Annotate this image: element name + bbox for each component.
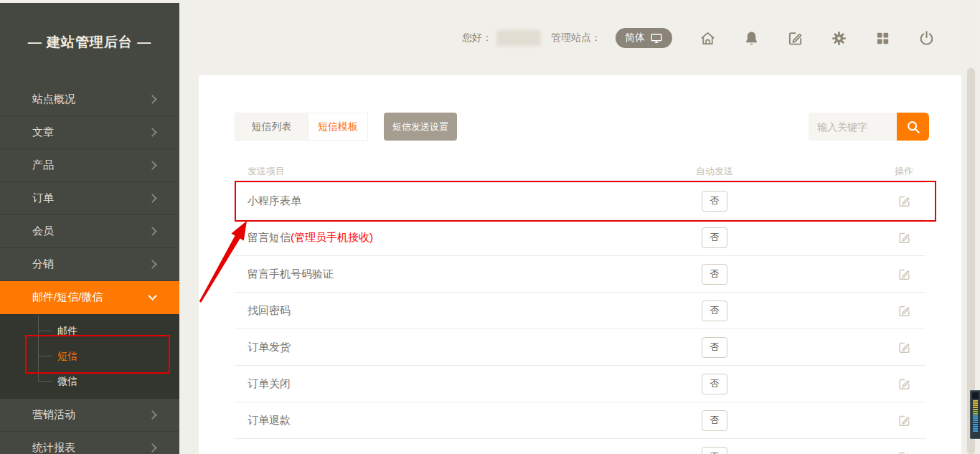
auto-send-toggle-button[interactable]: 否 [702,301,727,321]
scrollbar[interactable] [966,0,976,454]
table-row: 留言手机号码验证 否 [235,256,925,293]
redacted-username [496,30,541,46]
chevron-right-icon [148,260,157,269]
search-input[interactable] [809,113,897,141]
sidebar-item-label: 营销活动 [32,408,75,422]
home-icon [699,30,716,47]
sidebar-item-label: 分销 [32,257,54,271]
bell-icon [743,30,760,47]
logout-button[interactable] [918,29,935,47]
row-label: 留言手机号码验证 [248,268,334,280]
spacer [457,113,809,141]
edit-row-icon[interactable] [897,268,911,281]
grid-icon [875,30,891,47]
app-title: — 建站管理后台 — [0,3,179,83]
sidebar-item-label: 产品 [32,159,54,172]
chevron-down-icon [148,291,157,301]
topbar: 您好： 管理站点： 简体 [179,0,980,75]
page: — 建站管理后台 — 站点概况 文章 产品 订单 会员 [0,0,980,454]
search-icon [905,119,921,135]
sidebar-subitem-mail[interactable]: 邮件 [0,318,179,344]
auto-send-toggle-button[interactable]: 否 [702,374,727,394]
sidebar-item-members[interactable]: 会员 [0,215,179,248]
notifications-button[interactable] [743,29,760,47]
manage-site-label: 管理站点： [551,32,601,44]
row-label: 订单关闭 [248,377,291,389]
edit-icon [787,30,804,47]
search-button[interactable] [897,113,929,141]
auto-send-toggle-button[interactable]: 否 [702,227,727,248]
sidebar-item-site-overview[interactable]: 站点概况 [0,83,179,116]
sidebar-item-marketing[interactable]: 营销活动 [0,399,179,432]
sms-template-table: 发送项目 自动发送 操作 小程序表单 否 留言短信(管理员手机接收) 否 留言手… [235,165,925,454]
chevron-right-icon [148,161,157,170]
widget-yellow-bars [973,400,978,411]
edit-row-icon[interactable] [897,341,911,354]
auto-send-toggle-button[interactable]: 否 [702,410,727,431]
compose-button[interactable] [786,29,804,47]
column-gap [747,165,882,182]
chevron-right-icon [148,194,157,203]
sidebar-submenu: 邮件 短信 微信 [0,314,179,399]
row-label: 订单发货 [248,341,291,353]
auto-send-toggle-button[interactable]: 否 [702,337,727,358]
floating-widget[interactable] [970,390,980,439]
auto-send-toggle-button[interactable]: 否 [702,264,727,285]
table-header: 发送项目 自动发送 操作 [235,165,925,183]
row-label: 小程序表单 [248,194,301,207]
sidebar-item-distribution[interactable]: 分销 [0,248,179,281]
sms-send-settings-button[interactable]: 短信发送设置 [384,113,457,141]
chevron-right-icon [148,128,157,137]
apps-button[interactable] [874,29,891,47]
sidebar-item-label: 站点概况 [32,93,75,106]
gear-icon [831,30,847,47]
language-site-button[interactable]: 简体 [616,28,672,48]
sidebar-subitem-wechat[interactable]: 微信 [0,369,179,394]
sidebar-item-label: 统计报表 [32,441,75,454]
row-label: 找回密码 [248,304,291,316]
sidebar-item-label: 文章 [32,126,54,139]
sidebar-item-orders[interactable]: 订单 [0,182,179,215]
power-icon [918,30,935,47]
home-button[interactable] [699,29,716,47]
language-label: 简体 [625,32,645,44]
sidebar-subitem-sms[interactable]: 短信 [0,344,179,369]
floating-widget-header [972,392,979,399]
row-label-note: (管理员手机接收) [291,231,373,243]
monitor-icon [650,32,663,44]
tab-sms-templates[interactable]: 短信模板 [308,113,368,141]
content-card: 短信列表 短信模板 短信发送设置 发送项目 自动发送 操作 小程序表单 否 [199,75,961,454]
auto-send-toggle-button[interactable]: 否 [702,191,727,212]
edit-row-icon[interactable] [897,231,911,245]
column-header-action: 操作 [882,165,925,182]
edit-row-icon[interactable] [897,450,911,454]
table-row: 找回密码 否 [235,293,925,329]
sidebar-item-articles[interactable]: 文章 [0,116,179,149]
chevron-right-icon [148,227,157,236]
column-header-send-item: 发送项目 [235,165,682,182]
sidebar-item-mail-sms-wechat[interactable]: 邮件/短信/微信 [0,281,179,314]
table-row: 小程序表单 否 [235,183,925,219]
sidebar-nav: 站点概况 文章 产品 订单 会员 分销 [0,83,179,454]
sidebar-item-label: 邮件/短信/微信 [32,290,103,304]
edit-row-icon[interactable] [897,377,911,391]
row-label: 订单退款 [248,414,291,426]
tab-sms-list[interactable]: 短信列表 [235,113,308,141]
row-label: 留言短信 [248,231,291,243]
greeting-text: 您好： [462,32,492,44]
chevron-right-icon [148,443,157,453]
table-row: 订单发货 否 [235,329,925,366]
sidebar-item-label: 会员 [32,224,54,238]
sidebar-item-products[interactable]: 产品 [0,149,179,182]
sidebar-item-label: 订单 [32,191,54,205]
sidebar-item-reports[interactable]: 统计报表 [0,432,179,454]
edit-row-icon[interactable] [897,194,911,208]
auto-send-toggle-button[interactable]: 否 [702,447,727,454]
settings-button[interactable] [830,29,847,47]
edit-row-icon[interactable] [897,304,911,318]
sidebar: — 建站管理后台 — 站点概况 文章 产品 订单 会员 [0,3,179,454]
edit-row-icon[interactable] [897,414,911,427]
table-row: 否 [235,439,925,454]
column-header-auto-send: 自动发送 [682,165,747,182]
table-row: 留言短信(管理员手机接收) 否 [235,219,925,256]
